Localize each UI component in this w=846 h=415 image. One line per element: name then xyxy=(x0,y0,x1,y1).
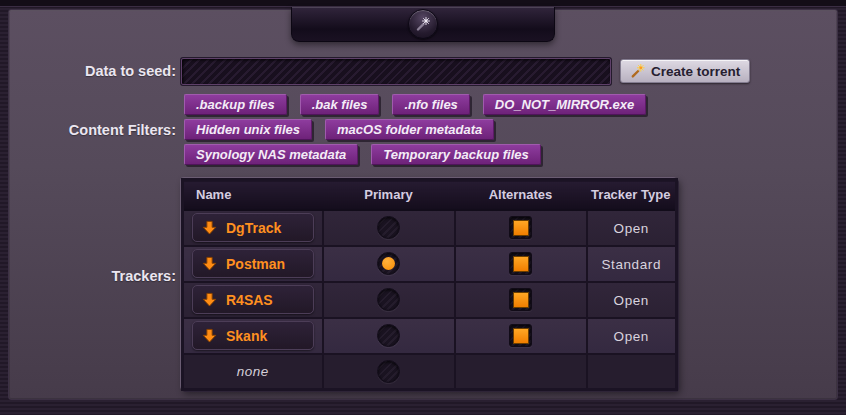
tracker-name: Postman xyxy=(226,256,285,272)
primary-cell xyxy=(323,318,455,354)
column-header-name: Name xyxy=(183,180,323,210)
content-filter-list: .backup files.bak files.nfo filesDO_NOT_… xyxy=(184,94,652,165)
create-torrent-button-label: Create torrent xyxy=(651,64,740,79)
data-to-seed-input[interactable] xyxy=(181,58,611,85)
primary-cell xyxy=(323,282,455,318)
tracker-type-cell: Open xyxy=(587,318,677,354)
tracker-name: Skank xyxy=(226,328,267,344)
alternates-checkbox[interactable] xyxy=(509,252,532,275)
trackers-table: NamePrimaryAlternatesTracker Type DgTrac… xyxy=(181,178,678,391)
tracker-type-cell: Open xyxy=(587,282,677,318)
primary-radio[interactable] xyxy=(377,216,400,239)
content-filter-chip[interactable]: DO_NOT_MIRROR.exe xyxy=(483,94,646,115)
content-filter-chip[interactable]: Hidden unix files xyxy=(184,119,312,140)
alternates-cell xyxy=(455,354,587,390)
trackers-table-header-row: NamePrimaryAlternatesTracker Type xyxy=(183,180,677,210)
primary-radio[interactable] xyxy=(377,252,400,275)
content-filter-chip[interactable]: Synology NAS metadata xyxy=(184,144,358,165)
tracker-link-button[interactable]: DgTrack xyxy=(192,213,314,242)
primary-cell xyxy=(323,210,455,246)
content-filter-chip[interactable]: .nfo files xyxy=(392,94,469,115)
magic-wand-icon xyxy=(630,63,646,79)
tracker-link-button[interactable]: Postman xyxy=(192,249,314,278)
alternates-checkbox[interactable] xyxy=(509,216,532,239)
tracker-row: none xyxy=(183,354,677,390)
download-arrow-icon xyxy=(202,328,217,343)
tracker-name-cell: Postman xyxy=(183,246,323,282)
alternates-cell xyxy=(455,318,587,354)
tracker-type-cell: Standard xyxy=(587,246,677,282)
primary-radio[interactable] xyxy=(377,288,400,311)
tracker-name-cell: DgTrack xyxy=(183,210,323,246)
content-filter-chip[interactable]: .bak files xyxy=(300,94,380,115)
tracker-link-button[interactable]: R4SAS xyxy=(192,285,314,314)
tracker-type: Open xyxy=(614,329,649,344)
download-arrow-icon xyxy=(202,256,217,271)
content-filter-chip[interactable]: macOS folder metadata xyxy=(325,119,494,140)
content-filter-chip[interactable]: Temporary backup files xyxy=(371,144,540,165)
content-filters-label: Content Filters: xyxy=(0,122,176,138)
alternates-cell xyxy=(455,246,587,282)
magic-wand-icon xyxy=(414,15,432,33)
tracker-name: R4SAS xyxy=(226,292,273,308)
tracker-type: Open xyxy=(614,293,649,308)
primary-radio[interactable] xyxy=(377,324,400,347)
tracker-none-label: none xyxy=(237,364,269,379)
tracker-type: Open xyxy=(614,221,649,236)
alternates-cell xyxy=(455,282,587,318)
column-header-tracker-type: Tracker Type xyxy=(587,180,677,210)
section-toggle-bar xyxy=(291,7,555,42)
column-header-primary: Primary xyxy=(323,180,455,210)
tracker-row: PostmanStandard xyxy=(183,246,677,282)
tracker-name-cell: none xyxy=(183,354,323,390)
data-to-seed-label: Data to seed: xyxy=(0,63,176,79)
create-torrent-button[interactable]: Create torrent xyxy=(620,59,750,83)
tracker-type-cell: Open xyxy=(587,210,677,246)
tracker-name: DgTrack xyxy=(226,220,281,236)
alternates-checkbox[interactable] xyxy=(509,288,532,311)
alternates-checkbox[interactable] xyxy=(509,324,532,347)
tracker-type: Standard xyxy=(601,257,661,272)
trackers-label: Trackers: xyxy=(0,268,176,284)
tracker-row: DgTrackOpen xyxy=(183,210,677,246)
trackers-table-body: DgTrackOpenPostmanStandardR4SASOpenSkank… xyxy=(183,210,677,390)
tracker-type-cell xyxy=(587,354,677,390)
tracker-link-button[interactable]: Skank xyxy=(192,321,314,350)
download-arrow-icon xyxy=(202,292,217,307)
tracker-name-cell: Skank xyxy=(183,318,323,354)
alternates-cell xyxy=(455,210,587,246)
tracker-row: SkankOpen xyxy=(183,318,677,354)
primary-cell xyxy=(323,354,455,390)
primary-cell xyxy=(323,246,455,282)
content-filter-chip[interactable]: .backup files xyxy=(184,94,287,115)
window-top-edge xyxy=(0,0,846,7)
tracker-name-cell: R4SAS xyxy=(183,282,323,318)
primary-radio[interactable] xyxy=(377,360,400,383)
column-header-alternates: Alternates xyxy=(455,180,587,210)
download-arrow-icon xyxy=(202,220,217,235)
tracker-row: R4SASOpen xyxy=(183,282,677,318)
magic-wand-toggle-button[interactable] xyxy=(408,9,438,39)
